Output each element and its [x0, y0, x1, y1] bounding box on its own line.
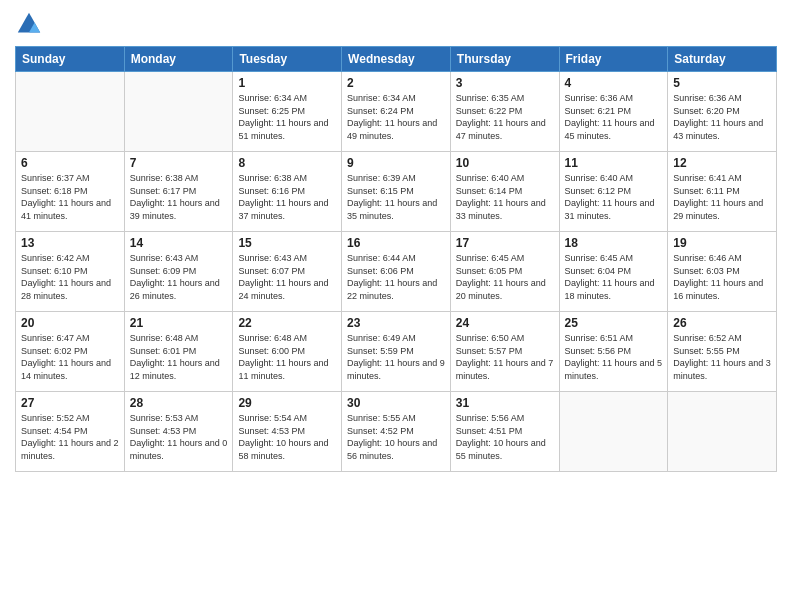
day-number: 3 [456, 76, 554, 90]
calendar-cell [559, 392, 668, 472]
weekday-header: Monday [124, 47, 233, 72]
calendar-cell [16, 72, 125, 152]
day-info: Sunrise: 5:54 AM Sunset: 4:53 PM Dayligh… [238, 412, 336, 462]
day-number: 8 [238, 156, 336, 170]
day-number: 22 [238, 316, 336, 330]
header [15, 10, 777, 38]
calendar-cell: 23Sunrise: 6:49 AM Sunset: 5:59 PM Dayli… [342, 312, 451, 392]
calendar-cell: 6Sunrise: 6:37 AM Sunset: 6:18 PM Daylig… [16, 152, 125, 232]
day-number: 29 [238, 396, 336, 410]
calendar-cell: 11Sunrise: 6:40 AM Sunset: 6:12 PM Dayli… [559, 152, 668, 232]
day-info: Sunrise: 6:52 AM Sunset: 5:55 PM Dayligh… [673, 332, 771, 382]
calendar-week-row: 20Sunrise: 6:47 AM Sunset: 6:02 PM Dayli… [16, 312, 777, 392]
calendar-cell: 30Sunrise: 5:55 AM Sunset: 4:52 PM Dayli… [342, 392, 451, 472]
day-info: Sunrise: 6:50 AM Sunset: 5:57 PM Dayligh… [456, 332, 554, 382]
weekday-header: Thursday [450, 47, 559, 72]
calendar-cell: 17Sunrise: 6:45 AM Sunset: 6:05 PM Dayli… [450, 232, 559, 312]
day-number: 4 [565, 76, 663, 90]
calendar-table: SundayMondayTuesdayWednesdayThursdayFrid… [15, 46, 777, 472]
day-number: 12 [673, 156, 771, 170]
day-number: 24 [456, 316, 554, 330]
day-info: Sunrise: 6:46 AM Sunset: 6:03 PM Dayligh… [673, 252, 771, 302]
calendar-week-row: 1Sunrise: 6:34 AM Sunset: 6:25 PM Daylig… [16, 72, 777, 152]
calendar-cell: 13Sunrise: 6:42 AM Sunset: 6:10 PM Dayli… [16, 232, 125, 312]
calendar-cell: 14Sunrise: 6:43 AM Sunset: 6:09 PM Dayli… [124, 232, 233, 312]
day-number: 26 [673, 316, 771, 330]
day-info: Sunrise: 6:48 AM Sunset: 6:00 PM Dayligh… [238, 332, 336, 382]
calendar-cell: 5Sunrise: 6:36 AM Sunset: 6:20 PM Daylig… [668, 72, 777, 152]
calendar-cell: 9Sunrise: 6:39 AM Sunset: 6:15 PM Daylig… [342, 152, 451, 232]
calendar-cell [124, 72, 233, 152]
day-info: Sunrise: 6:49 AM Sunset: 5:59 PM Dayligh… [347, 332, 445, 382]
calendar-cell: 18Sunrise: 6:45 AM Sunset: 6:04 PM Dayli… [559, 232, 668, 312]
day-info: Sunrise: 6:36 AM Sunset: 6:20 PM Dayligh… [673, 92, 771, 142]
day-number: 30 [347, 396, 445, 410]
day-info: Sunrise: 6:40 AM Sunset: 6:12 PM Dayligh… [565, 172, 663, 222]
day-info: Sunrise: 5:53 AM Sunset: 4:53 PM Dayligh… [130, 412, 228, 462]
day-info: Sunrise: 6:45 AM Sunset: 6:04 PM Dayligh… [565, 252, 663, 302]
day-number: 19 [673, 236, 771, 250]
day-info: Sunrise: 5:56 AM Sunset: 4:51 PM Dayligh… [456, 412, 554, 462]
day-number: 14 [130, 236, 228, 250]
day-info: Sunrise: 6:43 AM Sunset: 6:07 PM Dayligh… [238, 252, 336, 302]
calendar-cell: 22Sunrise: 6:48 AM Sunset: 6:00 PM Dayli… [233, 312, 342, 392]
weekday-header: Saturday [668, 47, 777, 72]
day-number: 28 [130, 396, 228, 410]
calendar-cell: 7Sunrise: 6:38 AM Sunset: 6:17 PM Daylig… [124, 152, 233, 232]
page: SundayMondayTuesdayWednesdayThursdayFrid… [0, 0, 792, 612]
calendar-cell: 31Sunrise: 5:56 AM Sunset: 4:51 PM Dayli… [450, 392, 559, 472]
logo-icon [15, 10, 43, 38]
day-info: Sunrise: 6:48 AM Sunset: 6:01 PM Dayligh… [130, 332, 228, 382]
day-number: 23 [347, 316, 445, 330]
calendar-cell: 20Sunrise: 6:47 AM Sunset: 6:02 PM Dayli… [16, 312, 125, 392]
day-number: 27 [21, 396, 119, 410]
weekday-header-row: SundayMondayTuesdayWednesdayThursdayFrid… [16, 47, 777, 72]
day-number: 2 [347, 76, 445, 90]
calendar-cell: 15Sunrise: 6:43 AM Sunset: 6:07 PM Dayli… [233, 232, 342, 312]
calendar-cell: 28Sunrise: 5:53 AM Sunset: 4:53 PM Dayli… [124, 392, 233, 472]
day-number: 1 [238, 76, 336, 90]
logo [15, 10, 47, 38]
day-number: 5 [673, 76, 771, 90]
day-number: 15 [238, 236, 336, 250]
day-number: 18 [565, 236, 663, 250]
day-number: 16 [347, 236, 445, 250]
calendar-cell: 2Sunrise: 6:34 AM Sunset: 6:24 PM Daylig… [342, 72, 451, 152]
calendar-cell: 29Sunrise: 5:54 AM Sunset: 4:53 PM Dayli… [233, 392, 342, 472]
calendar-cell: 25Sunrise: 6:51 AM Sunset: 5:56 PM Dayli… [559, 312, 668, 392]
weekday-header: Friday [559, 47, 668, 72]
calendar-cell: 8Sunrise: 6:38 AM Sunset: 6:16 PM Daylig… [233, 152, 342, 232]
day-number: 25 [565, 316, 663, 330]
day-info: Sunrise: 6:45 AM Sunset: 6:05 PM Dayligh… [456, 252, 554, 302]
day-info: Sunrise: 6:38 AM Sunset: 6:17 PM Dayligh… [130, 172, 228, 222]
day-number: 13 [21, 236, 119, 250]
day-info: Sunrise: 6:42 AM Sunset: 6:10 PM Dayligh… [21, 252, 119, 302]
calendar-cell: 10Sunrise: 6:40 AM Sunset: 6:14 PM Dayli… [450, 152, 559, 232]
weekday-header: Sunday [16, 47, 125, 72]
calendar-week-row: 6Sunrise: 6:37 AM Sunset: 6:18 PM Daylig… [16, 152, 777, 232]
day-info: Sunrise: 6:35 AM Sunset: 6:22 PM Dayligh… [456, 92, 554, 142]
day-info: Sunrise: 6:38 AM Sunset: 6:16 PM Dayligh… [238, 172, 336, 222]
day-info: Sunrise: 6:47 AM Sunset: 6:02 PM Dayligh… [21, 332, 119, 382]
day-info: Sunrise: 5:55 AM Sunset: 4:52 PM Dayligh… [347, 412, 445, 462]
calendar-cell: 24Sunrise: 6:50 AM Sunset: 5:57 PM Dayli… [450, 312, 559, 392]
calendar-cell: 26Sunrise: 6:52 AM Sunset: 5:55 PM Dayli… [668, 312, 777, 392]
day-info: Sunrise: 6:34 AM Sunset: 6:25 PM Dayligh… [238, 92, 336, 142]
day-number: 11 [565, 156, 663, 170]
day-number: 10 [456, 156, 554, 170]
calendar-cell: 4Sunrise: 6:36 AM Sunset: 6:21 PM Daylig… [559, 72, 668, 152]
day-info: Sunrise: 6:43 AM Sunset: 6:09 PM Dayligh… [130, 252, 228, 302]
day-number: 7 [130, 156, 228, 170]
calendar-cell: 12Sunrise: 6:41 AM Sunset: 6:11 PM Dayli… [668, 152, 777, 232]
calendar-week-row: 27Sunrise: 5:52 AM Sunset: 4:54 PM Dayli… [16, 392, 777, 472]
day-info: Sunrise: 6:51 AM Sunset: 5:56 PM Dayligh… [565, 332, 663, 382]
day-number: 6 [21, 156, 119, 170]
calendar-cell: 21Sunrise: 6:48 AM Sunset: 6:01 PM Dayli… [124, 312, 233, 392]
day-info: Sunrise: 6:40 AM Sunset: 6:14 PM Dayligh… [456, 172, 554, 222]
calendar-cell: 19Sunrise: 6:46 AM Sunset: 6:03 PM Dayli… [668, 232, 777, 312]
day-info: Sunrise: 6:44 AM Sunset: 6:06 PM Dayligh… [347, 252, 445, 302]
day-info: Sunrise: 6:39 AM Sunset: 6:15 PM Dayligh… [347, 172, 445, 222]
day-number: 17 [456, 236, 554, 250]
weekday-header: Wednesday [342, 47, 451, 72]
calendar-week-row: 13Sunrise: 6:42 AM Sunset: 6:10 PM Dayli… [16, 232, 777, 312]
